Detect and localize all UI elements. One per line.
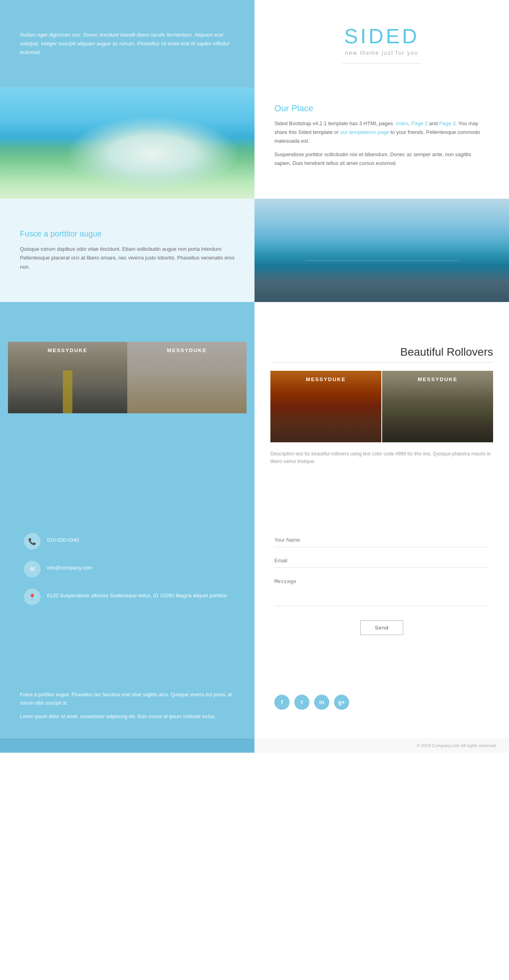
send-button[interactable]: Send xyxy=(360,620,403,635)
hero-right-col: SIDED new theme just for you xyxy=(254,0,509,87)
rollover-item-2[interactable]: MESSYDUKE xyxy=(127,342,247,413)
fusce-section: Fusce a porttitor augue Quisque rutrum d… xyxy=(0,199,509,302)
twitter-icon[interactable]: t xyxy=(294,695,309,710)
contact-email-text: info@company.com xyxy=(47,561,92,572)
name-input[interactable] xyxy=(274,533,489,547)
spacer-3 xyxy=(0,651,509,675)
hero-section: Nullam eget dignissim orci. Donec tincid… xyxy=(0,0,509,87)
page2-link[interactable]: Page 2 xyxy=(411,120,427,126)
message-input[interactable] xyxy=(274,574,489,606)
googleplus-icon[interactable]: g+ xyxy=(334,695,349,710)
index-link[interactable]: Index xyxy=(396,120,408,126)
our-place-heading: Our Place xyxy=(274,103,489,114)
rollover-name-1: DUKE xyxy=(70,347,87,353)
email-input[interactable] xyxy=(274,554,489,568)
footer-text2: Lorem ipsum dolor sit amet, consectetur … xyxy=(20,713,235,720)
contact-phone-text: 010-020-0340 xyxy=(47,533,79,544)
location-icon: 📍 xyxy=(24,589,41,605)
our-place-para2: Suspendisse porttitor sollicitudin nisi … xyxy=(274,150,489,168)
our-place-para1: Sided Bootstrap v4.2.1 template has 3 HT… xyxy=(274,119,489,145)
contact-email-item: ✉ info@company.com xyxy=(24,561,231,577)
rollovers-left-col: MESSYDUKE MESSYDUKE xyxy=(0,334,254,477)
email-icon: ✉ xyxy=(24,561,41,577)
rollover-brand-2: MESSY xyxy=(167,347,189,353)
hero-divider xyxy=(342,63,422,64)
rollover-right-grid: MESSYDUKE MESSYDUKE xyxy=(270,371,493,442)
fusce-text: Quisque rutrum dapibus odio vitae tincid… xyxy=(20,245,235,271)
copyright-bar: © 2019 Company.com All rights reserved. xyxy=(0,738,509,753)
rollovers-description: Description text for beautiful rollovers… xyxy=(270,450,493,465)
our-place-image xyxy=(0,87,254,199)
rollover-item-3[interactable]: MESSYDUKE xyxy=(270,371,381,442)
brand-title: SIDED xyxy=(344,24,420,48)
rollovers-divider xyxy=(270,362,493,363)
footer-section: Fusce a porttitor augue. Phasellus nec f… xyxy=(0,675,509,738)
fusce-image xyxy=(254,199,509,302)
footer-text1: Fusce a porttitor augue. Phasellus nec f… xyxy=(20,691,235,707)
rollovers-section: MESSYDUKE MESSYDUKE Beautiful Rollovers … xyxy=(0,334,509,477)
rollover-left-grid: MESSYDUKE MESSYDUKE xyxy=(8,342,247,469)
rollover-overlay-2: MESSYDUKE xyxy=(127,342,247,413)
rollover-brand-3: MESSY xyxy=(306,376,328,382)
contact-phone-item: 📞 010-020-0340 xyxy=(24,533,231,550)
spacer-1 xyxy=(0,302,509,334)
fusce-left-col: Fusce a porttitor augue Quisque rutrum d… xyxy=(0,199,254,302)
rollover-item-1[interactable]: MESSYDUKE xyxy=(8,342,127,413)
contact-section: 📞 010-020-0340 ✉ info@company.com 📍 6120… xyxy=(0,517,509,651)
rollover-item-4[interactable]: MESSYDUKE xyxy=(382,371,493,442)
fusce-heading: Fusce a porttitor augue xyxy=(20,229,235,238)
footer-left-col: Fusce a porttitor augue. Phasellus nec f… xyxy=(0,675,254,738)
rollovers-right-col: Beautiful Rollovers MESSYDUKE MESSYDUKE … xyxy=(254,334,509,477)
rollover-overlay-1: MESSYDUKE xyxy=(8,342,127,413)
rollover-brand-4: MESSY xyxy=(418,376,440,382)
rollovers-heading: Beautiful Rollovers xyxy=(270,346,493,358)
lake-photo xyxy=(254,199,509,302)
spacer-2 xyxy=(0,477,509,517)
brand-subtitle: new theme just for you xyxy=(345,50,419,56)
copyright-text: © 2019 Company.com All rights reserved. xyxy=(417,743,497,748)
contact-address-item: 📍 6120 Suspendisse ultricies Scelerisque… xyxy=(24,589,231,605)
island-photo xyxy=(0,87,254,199)
hero-intro-text: Nullam eget dignissim orci. Donec tincid… xyxy=(20,31,235,57)
our-place-section: Our Place Sided Bootstrap v4.2.1 templat… xyxy=(0,87,509,199)
rollover-brand-1: MESSY xyxy=(48,347,70,353)
page3-link[interactable]: Page 3 xyxy=(439,120,455,126)
rollover-name-2: DUKE xyxy=(189,347,207,353)
our-place-text: Our Place Sided Bootstrap v4.2.1 templat… xyxy=(254,87,509,199)
templatemo-link[interactable]: our templatemo page xyxy=(340,129,389,135)
contact-address-text: 6120 Suspendisse ultricies Scelerisque t… xyxy=(47,589,227,600)
contact-form-col: Send xyxy=(254,517,509,651)
rollover-name-3: DUKE xyxy=(328,376,346,382)
social-icons-group: f t in g+ xyxy=(274,695,349,710)
hero-left-col: Nullam eget dignissim orci. Donec tincid… xyxy=(0,0,254,87)
rollover-overlay-3: MESSYDUKE xyxy=(270,371,381,442)
rollover-name-4: DUKE xyxy=(440,376,458,382)
contact-info-col: 📞 010-020-0340 ✉ info@company.com 📍 6120… xyxy=(0,517,254,651)
facebook-icon[interactable]: f xyxy=(274,695,289,710)
phone-icon: 📞 xyxy=(24,533,41,550)
contact-form: Send xyxy=(274,533,489,635)
rollover-overlay-4: MESSYDUKE xyxy=(382,371,493,442)
instagram-icon[interactable]: in xyxy=(314,695,329,710)
footer-right-col: f t in g+ xyxy=(254,675,509,738)
